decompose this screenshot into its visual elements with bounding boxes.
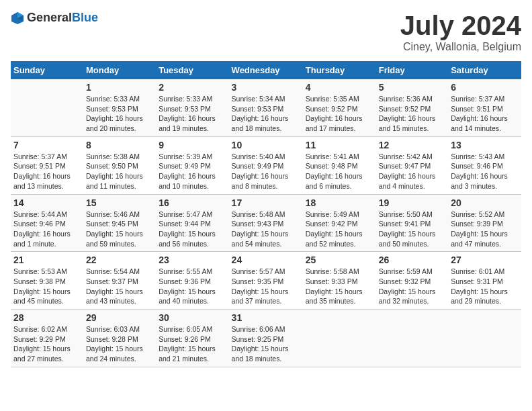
title-area: July 2024 Ciney, Wallonia, Belgium: [400, 11, 521, 53]
day-info: Sunrise: 5:37 AMSunset: 9:51 PMDaylight:…: [451, 94, 519, 134]
day-number: 19: [379, 197, 445, 208]
day-number: 5: [379, 82, 445, 93]
day-number: 27: [451, 255, 519, 265]
day-cell: 5 Sunrise: 5:36 AMSunset: 9:52 PMDayligh…: [376, 79, 448, 136]
day-info: Sunrise: 5:55 AMSunset: 9:36 PMDaylight:…: [159, 267, 226, 306]
day-cell: 20 Sunrise: 5:52 AMSunset: 9:39 PMDaylig…: [448, 194, 521, 252]
week-row-1: 1 Sunrise: 5:33 AMSunset: 9:53 PMDayligh…: [11, 79, 521, 136]
header-monday: Monday: [83, 61, 156, 79]
day-cell: [303, 310, 376, 367]
day-cell: 3 Sunrise: 5:34 AMSunset: 9:53 PMDayligh…: [229, 79, 303, 136]
day-number: 23: [159, 255, 226, 265]
day-cell: 16 Sunrise: 5:47 AMSunset: 9:44 PMDaylig…: [156, 194, 228, 252]
day-info: Sunrise: 5:36 AMSunset: 9:52 PMDaylight:…: [379, 94, 445, 134]
day-info: Sunrise: 5:58 AMSunset: 9:33 PMDaylight:…: [306, 267, 373, 306]
week-row-2: 7 Sunrise: 5:37 AMSunset: 9:51 PMDayligh…: [11, 136, 521, 194]
logo-icon: [11, 11, 24, 25]
header-wednesday: Wednesday: [229, 61, 303, 79]
day-info: Sunrise: 5:43 AMSunset: 9:46 PMDaylight:…: [451, 152, 519, 191]
week-row-4: 21 Sunrise: 5:53 AMSunset: 9:38 PMDaylig…: [11, 252, 521, 310]
day-info: Sunrise: 5:41 AMSunset: 9:48 PMDaylight:…: [306, 152, 373, 191]
logo-text-blue: Blue: [72, 11, 98, 24]
day-number: 22: [86, 255, 153, 265]
day-info: Sunrise: 5:49 AMSunset: 9:42 PMDaylight:…: [306, 210, 373, 249]
day-cell: 14 Sunrise: 5:44 AMSunset: 9:46 PMDaylig…: [11, 194, 83, 252]
day-info: Sunrise: 5:40 AMSunset: 9:49 PMDaylight:…: [232, 152, 300, 191]
day-number: 25: [306, 255, 373, 265]
day-cell: 2 Sunrise: 5:33 AMSunset: 9:53 PMDayligh…: [156, 79, 228, 136]
day-info: Sunrise: 5:54 AMSunset: 9:37 PMDaylight:…: [86, 267, 153, 306]
day-cell: 1 Sunrise: 5:33 AMSunset: 9:53 PMDayligh…: [83, 79, 156, 136]
day-number: 17: [232, 197, 300, 208]
day-cell: 25 Sunrise: 5:58 AMSunset: 9:33 PMDaylig…: [303, 252, 376, 310]
logo: GeneralBlue: [11, 11, 98, 25]
day-info: Sunrise: 5:47 AMSunset: 9:44 PMDaylight:…: [159, 210, 226, 249]
day-info: Sunrise: 5:44 AMSunset: 9:46 PMDaylight:…: [13, 210, 81, 249]
day-number: 28: [13, 312, 81, 323]
day-cell: 9 Sunrise: 5:39 AMSunset: 9:49 PMDayligh…: [156, 136, 228, 194]
week-row-5: 28 Sunrise: 6:02 AMSunset: 9:29 PMDaylig…: [11, 310, 521, 367]
day-info: Sunrise: 5:50 AMSunset: 9:41 PMDaylight:…: [379, 210, 445, 249]
day-info: Sunrise: 5:57 AMSunset: 9:35 PMDaylight:…: [232, 267, 300, 306]
day-cell: 13 Sunrise: 5:43 AMSunset: 9:46 PMDaylig…: [448, 136, 521, 194]
day-info: Sunrise: 5:38 AMSunset: 9:50 PMDaylight:…: [86, 152, 153, 191]
day-number: 21: [13, 255, 81, 265]
day-number: 15: [86, 197, 153, 208]
day-number: 26: [379, 255, 445, 265]
page-header: GeneralBlue July 2024 Ciney, Wallonia, B…: [11, 11, 521, 53]
day-cell: 7 Sunrise: 5:37 AMSunset: 9:51 PMDayligh…: [11, 136, 83, 194]
day-info: Sunrise: 5:48 AMSunset: 9:43 PMDaylight:…: [232, 210, 300, 249]
day-cell: 10 Sunrise: 5:40 AMSunset: 9:49 PMDaylig…: [229, 136, 303, 194]
day-cell: 11 Sunrise: 5:41 AMSunset: 9:48 PMDaylig…: [303, 136, 376, 194]
day-number: 2: [159, 82, 226, 93]
day-number: 3: [232, 82, 300, 93]
day-cell: 22 Sunrise: 5:54 AMSunset: 9:37 PMDaylig…: [83, 252, 156, 310]
day-info: Sunrise: 5:52 AMSunset: 9:39 PMDaylight:…: [451, 210, 519, 249]
header-friday: Friday: [376, 61, 448, 79]
subtitle: Ciney, Wallonia, Belgium: [400, 41, 521, 53]
day-cell: 19 Sunrise: 5:50 AMSunset: 9:41 PMDaylig…: [376, 194, 448, 252]
day-number: 14: [13, 197, 81, 208]
day-info: Sunrise: 5:35 AMSunset: 9:52 PMDaylight:…: [306, 94, 373, 134]
header-saturday: Saturday: [448, 61, 521, 79]
day-cell: [448, 310, 521, 367]
day-cell: [11, 79, 83, 136]
day-number: 1: [86, 82, 153, 93]
day-number: 20: [451, 197, 519, 208]
day-number: 8: [86, 140, 153, 150]
day-info: Sunrise: 5:59 AMSunset: 9:32 PMDaylight:…: [379, 267, 445, 306]
day-info: Sunrise: 5:33 AMSunset: 9:53 PMDaylight:…: [86, 94, 153, 134]
day-cell: 27 Sunrise: 6:01 AMSunset: 9:31 PMDaylig…: [448, 252, 521, 310]
day-number: 29: [86, 312, 153, 323]
day-number: 10: [232, 140, 300, 150]
day-cell: 31 Sunrise: 6:06 AMSunset: 9:25 PMDaylig…: [229, 310, 303, 367]
day-cell: [376, 310, 448, 367]
day-number: 13: [451, 140, 519, 150]
day-cell: 30 Sunrise: 6:05 AMSunset: 9:26 PMDaylig…: [156, 310, 228, 367]
day-info: Sunrise: 5:53 AMSunset: 9:38 PMDaylight:…: [13, 267, 81, 306]
day-number: 18: [306, 197, 373, 208]
day-number: 7: [13, 140, 81, 150]
day-number: 30: [159, 312, 226, 323]
day-info: Sunrise: 5:42 AMSunset: 9:47 PMDaylight:…: [379, 152, 445, 191]
day-number: 12: [379, 140, 445, 150]
day-cell: 8 Sunrise: 5:38 AMSunset: 9:50 PMDayligh…: [83, 136, 156, 194]
day-cell: 29 Sunrise: 6:03 AMSunset: 9:28 PMDaylig…: [83, 310, 156, 367]
day-info: Sunrise: 5:33 AMSunset: 9:53 PMDaylight:…: [159, 94, 226, 134]
day-number: 9: [159, 140, 226, 150]
header-sunday: Sunday: [11, 61, 83, 79]
day-info: Sunrise: 6:03 AMSunset: 9:28 PMDaylight:…: [86, 324, 153, 364]
day-cell: 4 Sunrise: 5:35 AMSunset: 9:52 PMDayligh…: [303, 79, 376, 136]
main-title: July 2024: [400, 11, 521, 41]
day-cell: 24 Sunrise: 5:57 AMSunset: 9:35 PMDaylig…: [229, 252, 303, 310]
day-cell: 28 Sunrise: 6:02 AMSunset: 9:29 PMDaylig…: [11, 310, 83, 367]
day-info: Sunrise: 6:05 AMSunset: 9:26 PMDaylight:…: [159, 324, 226, 364]
logo-text-general: General: [27, 11, 72, 24]
calendar-table: Sunday Monday Tuesday Wednesday Thursday…: [11, 61, 521, 367]
day-cell: 23 Sunrise: 5:55 AMSunset: 9:36 PMDaylig…: [156, 252, 228, 310]
header-tuesday: Tuesday: [156, 61, 228, 79]
header-thursday: Thursday: [303, 61, 376, 79]
day-number: 24: [232, 255, 300, 265]
day-cell: 15 Sunrise: 5:46 AMSunset: 9:45 PMDaylig…: [83, 194, 156, 252]
day-info: Sunrise: 5:46 AMSunset: 9:45 PMDaylight:…: [86, 210, 153, 249]
